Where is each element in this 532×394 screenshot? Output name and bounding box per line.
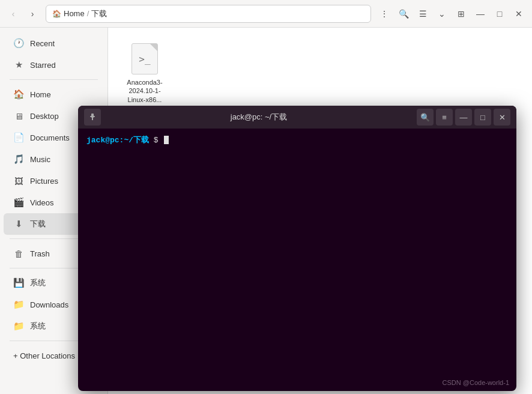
- list-view-button[interactable]: ☰: [414, 5, 431, 22]
- terminal-body[interactable]: jack@pc :~/下载 $: [78, 129, 516, 391]
- close-button[interactable]: ✕: [510, 5, 527, 22]
- home-icon: 🏠: [52, 10, 61, 18]
- terminal-pin-button[interactable]: [84, 109, 101, 126]
- pictures-icon: 🖼: [13, 176, 24, 186]
- sidebar-label-starred: Starred: [30, 61, 56, 70]
- svg-rect-1: [92, 118, 93, 120]
- terminal-title: jack@pc: ~/下载: [106, 112, 412, 123]
- breadcrumb[interactable]: 🏠 Home / 下载: [46, 5, 371, 23]
- file-icon-bg: >_: [131, 43, 158, 74]
- system-cn1-icon: 💾: [13, 277, 24, 288]
- pin-icon: [88, 113, 97, 121]
- sidebar-label-recent: Recent: [30, 39, 55, 48]
- file-name: Anaconda3-2024.10-1-Linux-x86...: [120, 78, 169, 104]
- prompt-path: :~/下载: [119, 135, 149, 145]
- more-options-button[interactable]: ⋮: [376, 5, 393, 22]
- sidebar-label-downloads-cn: 下载: [30, 219, 46, 229]
- sidebar-label-other-locations: + Other Locations: [13, 351, 75, 360]
- starred-icon: ★: [13, 59, 24, 70]
- downloads-en-icon: 📁: [13, 299, 24, 310]
- maximize-button[interactable]: □: [491, 5, 508, 22]
- terminal-titlebar-buttons: 🔍 ≡ — □ ✕: [417, 109, 510, 126]
- sidebar-label-home: Home: [30, 90, 51, 99]
- sidebar-label-documents: Documents: [30, 133, 70, 142]
- breadcrumb-current: 下载: [91, 8, 107, 19]
- sidebar-label-videos: Videos: [30, 198, 54, 207]
- terminal-titlebar: jack@pc: ~/下载 🔍 ≡ — □ ✕: [78, 106, 516, 129]
- sidebar-item-recent[interactable]: 🕐 Recent: [4, 32, 104, 54]
- sidebar-label-system-cn1: 系统: [30, 277, 46, 288]
- terminal-minimize-button[interactable]: —: [455, 109, 472, 126]
- terminal-maximize-button[interactable]: □: [474, 109, 491, 126]
- terminal-prompt: jack@pc :~/下载 $: [86, 135, 508, 145]
- svg-rect-2: [90, 116, 95, 117]
- documents-icon: 📄: [13, 132, 24, 143]
- terminal-cursor: [164, 136, 169, 144]
- home-sidebar-icon: 🏠: [13, 89, 24, 100]
- recent-icon: 🕐: [13, 38, 24, 49]
- sidebar-item-starred[interactable]: ★ Starred: [4, 54, 104, 76]
- terminal-search-button[interactable]: 🔍: [417, 109, 434, 126]
- trash-icon: 🗑: [13, 249, 24, 259]
- main-layout: 🕐 Recent ★ Starred 🏠 Home 🖥 Desktop 📄 Do…: [0, 28, 532, 394]
- downloads-cn-icon: ⬇: [13, 219, 24, 229]
- file-item[interactable]: >_ Anaconda3-2024.10-1-Linux-x86...: [118, 37, 172, 109]
- prompt-dollar: $: [149, 136, 163, 145]
- terminal-menu-button[interactable]: ≡: [436, 109, 453, 126]
- desktop-icon: 🖥: [13, 111, 24, 121]
- videos-icon: 🎬: [13, 197, 24, 208]
- music-icon: 🎵: [13, 154, 24, 165]
- view-toggle-button[interactable]: ⌄: [434, 5, 450, 22]
- forward-button[interactable]: ›: [24, 5, 41, 22]
- sidebar-label-desktop: Desktop: [30, 112, 59, 121]
- search-button[interactable]: 🔍: [395, 5, 412, 22]
- sidebar-divider-1: [10, 79, 98, 80]
- breadcrumb-separator: /: [87, 9, 89, 18]
- topbar: ‹ › 🏠 Home / 下载 ⋮ 🔍 ☰ ⌄ ⊞ — □ ✕: [0, 0, 532, 28]
- sidebar-label-music: Music: [30, 155, 50, 164]
- breadcrumb-home: Home: [64, 9, 85, 18]
- sidebar-label-trash: Trash: [30, 249, 50, 258]
- file-icon-text: >_: [139, 53, 150, 65]
- prompt-user-host: jack@pc: [86, 136, 119, 145]
- topbar-right-buttons: ⋮ 🔍 ☰ ⌄ ⊞ — □ ✕: [376, 5, 527, 22]
- file-icon: >_: [130, 42, 159, 76]
- system-cn2-icon: 📁: [13, 321, 24, 332]
- sidebar-label-downloads-en: Downloads: [30, 300, 68, 309]
- grid-view-button[interactable]: ⊞: [453, 5, 470, 22]
- sidebar-item-home[interactable]: 🏠 Home: [4, 83, 104, 105]
- back-button[interactable]: ‹: [5, 5, 22, 22]
- minimize-button[interactable]: —: [472, 5, 489, 22]
- sidebar-label-pictures: Pictures: [30, 177, 58, 186]
- terminal-close-button[interactable]: ✕: [494, 109, 510, 126]
- terminal-window: jack@pc: ~/下载 🔍 ≡ — □ ✕ jack@pc :~/下载 $ …: [78, 106, 516, 391]
- sidebar-label-system-cn2: 系统: [30, 321, 46, 332]
